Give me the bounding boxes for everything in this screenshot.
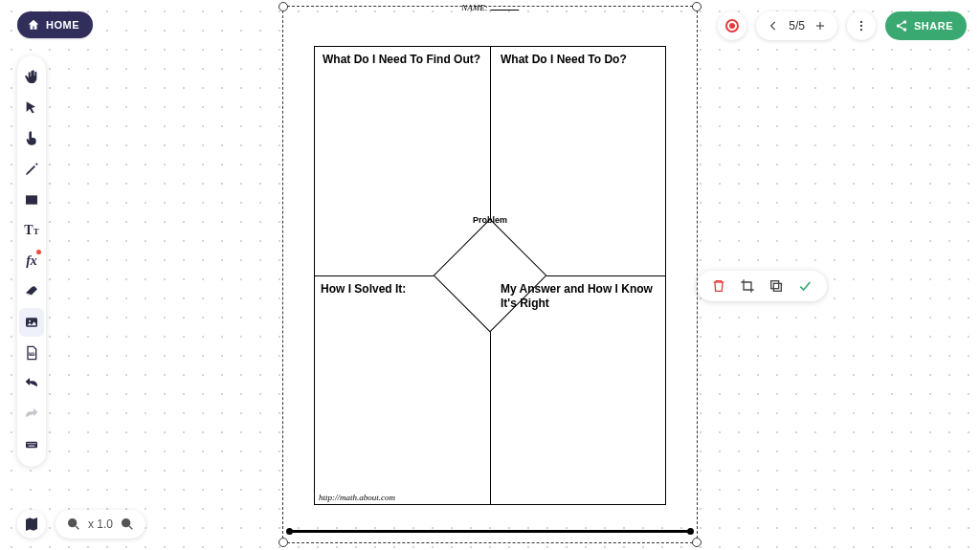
svg-point-7 — [27, 443, 28, 444]
image-tool[interactable] — [19, 308, 44, 337]
zoom-in-button[interactable] — [119, 516, 136, 533]
resize-handle-br[interactable] — [692, 538, 702, 547]
page-canvas[interactable]: NAME: Problem What Do I Need To Find Out… — [289, 12, 691, 510]
page-navigator: 5/5 — [756, 11, 837, 40]
worksheet-footer-url: http://math.about.com — [319, 493, 395, 502]
share-label: SHARE — [914, 20, 953, 32]
keyboard-button[interactable] — [19, 430, 44, 459]
top-right-controls: 5/5 SHARE — [718, 11, 967, 40]
svg-line-16 — [129, 526, 132, 529]
confirm-button[interactable] — [796, 277, 813, 295]
center-label: Problem — [473, 215, 507, 225]
zoom-level: x 1.0 — [88, 517, 113, 531]
svg-rect-5 — [26, 442, 37, 449]
selection-action-bar — [697, 271, 827, 301]
add-page-button[interactable] — [811, 16, 830, 35]
crop-button[interactable] — [739, 277, 756, 295]
svg-rect-6 — [29, 446, 35, 447]
svg-line-13 — [76, 526, 78, 529]
svg-rect-28 — [771, 281, 779, 289]
scrollbar-cap-left[interactable] — [286, 528, 293, 535]
svg-text:PDF: PDF — [30, 352, 35, 356]
worksheet-frame: Problem What Do I Need To Find Out? What… — [314, 46, 666, 505]
pan-tool[interactable] — [19, 63, 44, 92]
svg-point-26 — [903, 28, 907, 32]
undo-button[interactable] — [19, 369, 44, 398]
delete-button[interactable] — [710, 277, 727, 295]
resize-handle-bl[interactable] — [278, 538, 288, 547]
home-label: HOME — [46, 19, 79, 31]
pointer-tool[interactable] — [19, 124, 44, 153]
svg-rect-27 — [773, 283, 781, 291]
svg-point-11 — [34, 443, 35, 444]
select-tool[interactable] — [19, 94, 44, 122]
svg-point-25 — [897, 24, 901, 28]
selected-object[interactable]: NAME: Problem What Do I Need To Find Out… — [282, 6, 698, 543]
quadrant-label-2: What Do I Need To Do? — [501, 53, 654, 67]
quadrant-label-3: How I Solved It: — [321, 282, 474, 297]
duplicate-button[interactable] — [768, 277, 785, 295]
math-tool[interactable]: fx — [19, 247, 44, 275]
share-button[interactable]: SHARE — [885, 11, 967, 40]
minimap-button[interactable] — [17, 510, 46, 539]
svg-point-10 — [33, 443, 33, 444]
resize-handle-tr[interactable] — [692, 2, 702, 11]
svg-point-9 — [31, 443, 32, 444]
svg-point-22 — [860, 25, 862, 27]
worksheet-name-field: NAME: — [461, 3, 519, 12]
svg-point-23 — [860, 29, 862, 31]
svg-point-8 — [29, 443, 30, 444]
scrollbar-cap-right[interactable] — [687, 528, 694, 535]
prev-page-button[interactable] — [764, 16, 783, 35]
home-icon — [27, 18, 40, 32]
more-menu-button[interactable] — [847, 11, 876, 40]
center-diamond — [434, 219, 547, 333]
home-button[interactable]: HOME — [17, 11, 93, 38]
record-icon — [725, 19, 739, 33]
zoom-bar: x 1.0 — [17, 510, 145, 539]
zoom-out-button[interactable] — [65, 516, 82, 533]
page-indicator: 5/5 — [787, 19, 807, 33]
quadrant-label-4: My Answer and How I Know It's Right — [501, 282, 654, 311]
left-toolbar: TT fx PDF — [17, 55, 46, 467]
svg-point-21 — [860, 21, 862, 23]
resize-handle-tl[interactable] — [278, 2, 288, 11]
svg-point-24 — [903, 20, 907, 24]
text-tool[interactable]: TT — [19, 216, 44, 245]
share-icon — [895, 19, 908, 33]
pen-tool[interactable] — [19, 155, 44, 184]
quadrant-label-1: What Do I Need To Find Out? — [323, 53, 485, 67]
pdf-tool[interactable]: PDF — [19, 339, 44, 367]
record-button[interactable] — [718, 11, 746, 40]
eraser-tool[interactable] — [19, 277, 44, 306]
shape-tool[interactable] — [19, 186, 44, 214]
svg-rect-0 — [27, 196, 37, 204]
horizontal-scrollbar[interactable] — [289, 530, 691, 533]
zoom-pill: x 1.0 — [56, 510, 145, 539]
redo-button[interactable] — [19, 400, 44, 429]
svg-point-2 — [29, 320, 31, 322]
